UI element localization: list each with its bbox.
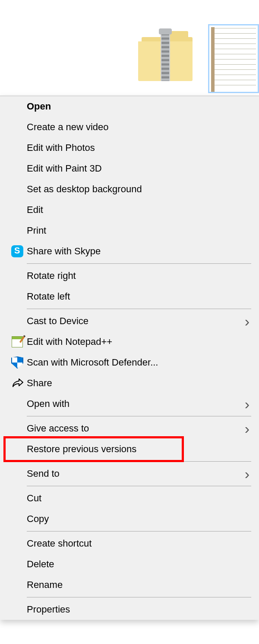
menu-item-create-shortcut[interactable]: Create shortcut — [0, 533, 259, 554]
desktop-background — [0, 0, 259, 96]
menu-item-label: Copy — [27, 513, 251, 525]
skype-icon-slot — [8, 245, 27, 257]
menu-item-label: Share with Skype — [27, 246, 251, 257]
menu-item-label: Properties — [27, 604, 251, 615]
menu-separator — [27, 416, 251, 416]
menu-item-set-background[interactable]: Set as desktop background — [0, 179, 259, 200]
chevron-right-icon: › — [245, 316, 251, 326]
menu-item-label: Rotate left — [27, 291, 251, 302]
notepad-icon-slot — [8, 336, 27, 347]
menu-item-label: Edit — [27, 204, 251, 216]
menu-item-rename[interactable]: Rename — [0, 575, 259, 595]
menu-item-delete[interactable]: Delete — [0, 554, 259, 575]
chevron-right-icon: › — [245, 469, 251, 479]
menu-item-label: Open with — [27, 398, 245, 410]
menu-item-rotate-right[interactable]: Rotate right — [0, 266, 259, 286]
menu-separator — [27, 531, 251, 531]
menu-item-label: Give access to — [27, 423, 245, 434]
menu-item-edit-photos[interactable]: Edit with Photos — [0, 138, 259, 158]
menu-item-create-video[interactable]: Create a new video — [0, 117, 259, 138]
chevron-right-icon: › — [245, 423, 251, 434]
menu-item-label: Send to — [27, 468, 245, 479]
menu-item-label: Edit with Paint 3D — [27, 163, 251, 174]
share-arrow-icon — [11, 378, 23, 388]
menu-item-cast[interactable]: Cast to Device› — [0, 311, 259, 331]
menu-item-properties[interactable]: Properties — [0, 599, 259, 620]
menu-separator — [27, 486, 251, 486]
menu-separator — [27, 309, 251, 309]
menu-item-label: Rotate right — [27, 270, 251, 281]
menu-item-edit[interactable]: Edit — [0, 200, 259, 220]
menu-item-print[interactable]: Print — [0, 220, 259, 241]
menu-item-label: Set as desktop background — [27, 184, 251, 195]
menu-item-label: Edit with Notepad++ — [27, 336, 251, 347]
menu-item-label: Scan with Microsoft Defender... — [27, 357, 251, 368]
menu-item-restore-versions[interactable]: Restore previous versions — [0, 439, 259, 460]
menu-item-rotate-left[interactable]: Rotate left — [0, 286, 259, 307]
menu-separator — [27, 597, 251, 597]
menu-item-label: Edit with Photos — [27, 142, 251, 153]
menu-item-share-skype[interactable]: Share with Skype — [0, 241, 259, 262]
menu-item-cut[interactable]: Cut — [0, 488, 259, 509]
menu-item-edit-paint3d[interactable]: Edit with Paint 3D — [0, 158, 259, 179]
share-icon-slot — [8, 378, 27, 388]
menu-item-label: Open — [27, 101, 251, 112]
menu-item-give-access[interactable]: Give access to› — [0, 418, 259, 439]
defender-shield-icon — [11, 356, 23, 369]
context-menu: OpenCreate a new videoEdit with PhotosEd… — [0, 96, 259, 620]
menu-separator — [27, 263, 251, 264]
menu-item-edit-notepadpp[interactable]: Edit with Notepad++ — [0, 331, 259, 352]
menu-item-label: Share — [27, 378, 251, 389]
menu-item-share[interactable]: Share — [0, 373, 259, 394]
menu-item-label: Create shortcut — [27, 538, 251, 549]
menu-item-label: Delete — [27, 559, 251, 570]
notepadpp-icon — [12, 336, 23, 347]
menu-item-send-to[interactable]: Send to› — [0, 463, 259, 484]
menu-item-label: Rename — [27, 579, 251, 591]
menu-item-label: Cast to Device — [27, 316, 245, 327]
selected-image-thumbnail[interactable] — [208, 24, 259, 93]
defender-icon-slot — [8, 356, 27, 369]
menu-item-label: Cut — [27, 493, 251, 504]
skype-icon — [11, 245, 23, 257]
menu-item-open-with[interactable]: Open with› — [0, 394, 259, 414]
zip-folder-icon[interactable] — [138, 31, 194, 81]
menu-item-copy[interactable]: Copy — [0, 509, 259, 529]
chevron-right-icon: › — [245, 399, 251, 409]
menu-item-scan-defender[interactable]: Scan with Microsoft Defender... — [0, 352, 259, 373]
menu-item-label: Print — [27, 225, 251, 236]
menu-separator — [27, 461, 251, 462]
menu-item-label: Create a new video — [27, 122, 251, 133]
menu-item-open[interactable]: Open — [0, 96, 259, 117]
menu-item-label: Restore previous versions — [27, 444, 251, 455]
